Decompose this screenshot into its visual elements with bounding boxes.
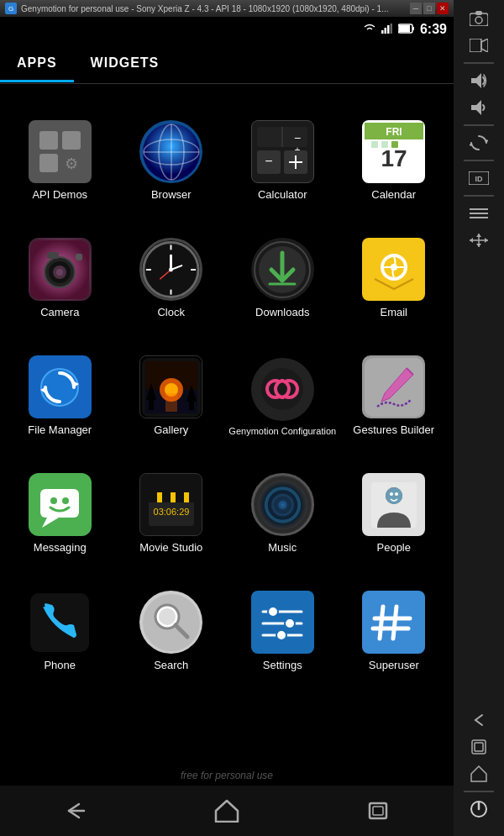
app-item-camera[interactable]: Camera xyxy=(4,210,116,328)
app-item-calendar[interactable]: FRI 17 Calendar xyxy=(339,92,450,210)
app-grid: ⚙ API Demos Browser − + xyxy=(0,84,454,786)
app-item-music[interactable]: Music xyxy=(227,445,339,563)
window-controls: ─ □ ✕ xyxy=(410,3,449,14)
recent-button[interactable] xyxy=(353,794,403,828)
gestures-label: Gestures Builder xyxy=(353,423,434,437)
panel-home-icon[interactable] xyxy=(464,762,494,786)
panel-expand-icon[interactable] xyxy=(464,202,494,225)
maximize-button[interactable]: □ xyxy=(423,3,435,14)
panel-rotate-icon[interactable] xyxy=(464,131,494,155)
svg-text:17: 17 xyxy=(381,145,407,171)
svg-rect-11 xyxy=(39,154,58,172)
calendar-icon: FRI 17 xyxy=(362,120,425,183)
email-label: Email xyxy=(380,306,407,319)
minimize-button[interactable]: ─ xyxy=(410,3,422,14)
panel-volume-up-icon[interactable] xyxy=(464,69,494,92)
music-label: Music xyxy=(268,541,297,555)
app-item-api-demos[interactable]: ⚙ API Demos xyxy=(4,92,116,210)
svg-marker-148 xyxy=(476,234,481,237)
superuser-label: Superuser xyxy=(369,659,419,672)
browser-icon xyxy=(139,120,202,183)
calculator-icon: − + − xyxy=(251,120,314,183)
search-label: Search xyxy=(154,659,188,672)
right-panel: ID xyxy=(454,0,504,836)
svg-marker-152 xyxy=(471,766,486,781)
svg-rect-92 xyxy=(149,492,157,502)
messaging-icon xyxy=(29,473,92,536)
app-item-genymotion[interactable]: Genymotion Configuration xyxy=(227,328,339,445)
panel-resize-icon[interactable] xyxy=(464,229,494,252)
svg-point-52 xyxy=(169,267,173,271)
svg-rect-72 xyxy=(165,393,177,412)
panel-id-icon[interactable]: ID xyxy=(464,166,494,190)
app-item-calculator[interactable]: − + − Calculator xyxy=(227,92,339,210)
svg-rect-8 xyxy=(412,27,414,30)
gallery-icon xyxy=(139,355,202,418)
app-item-downloads[interactable]: Downloads xyxy=(227,210,339,328)
people-label: People xyxy=(377,541,411,555)
panel-back-icon[interactable] xyxy=(464,708,494,732)
svg-rect-42 xyxy=(76,254,82,260)
app-item-email[interactable]: Email xyxy=(339,210,450,328)
panel-divider-4 xyxy=(464,195,494,197)
app-item-gallery[interactable]: Gallery xyxy=(116,328,228,445)
svg-marker-134 xyxy=(481,39,488,52)
superuser-icon xyxy=(362,591,425,654)
movie-studio-icon: 03:06:29 xyxy=(139,473,202,536)
svg-rect-10 xyxy=(39,131,58,150)
svg-rect-7 xyxy=(399,25,410,32)
app-item-phone[interactable]: Phone xyxy=(4,563,116,681)
app-item-clock[interactable]: Clock xyxy=(116,210,228,328)
camera-label: Camera xyxy=(40,306,79,319)
app-item-superuser[interactable]: Superuser xyxy=(339,563,450,681)
panel-power-icon[interactable] xyxy=(464,797,494,821)
svg-text:G: G xyxy=(8,5,13,13)
downloads-label: Downloads xyxy=(255,306,309,319)
home-button[interactable] xyxy=(202,794,252,828)
tabs-bar: APPS WIDGETS xyxy=(0,42,454,84)
search-icon xyxy=(139,591,202,654)
app-item-browser[interactable]: Browser xyxy=(116,92,228,210)
camera-icon xyxy=(29,238,92,301)
app-item-messaging[interactable]: Messaging xyxy=(4,445,116,563)
svg-rect-93 xyxy=(162,492,171,502)
settings-icon xyxy=(251,591,314,654)
tab-apps[interactable]: APPS xyxy=(0,44,74,82)
back-button[interactable] xyxy=(50,794,101,828)
panel-recent-icon[interactable] xyxy=(464,735,494,759)
svg-text:⚙: ⚙ xyxy=(65,155,78,172)
bottom-nav xyxy=(0,786,454,836)
genymotion-icon xyxy=(251,358,314,421)
svg-rect-132 xyxy=(475,11,482,15)
time-display: 6:39 xyxy=(420,22,447,37)
app-item-people[interactable]: People xyxy=(339,445,450,563)
svg-point-40 xyxy=(56,269,63,276)
close-button[interactable]: ✕ xyxy=(437,3,449,14)
svg-rect-85 xyxy=(40,489,79,518)
svg-point-87 xyxy=(50,497,57,504)
api-demos-label: API Demos xyxy=(32,188,87,202)
panel-volume-down-icon[interactable] xyxy=(464,96,494,119)
svg-point-88 xyxy=(62,497,69,504)
app-item-file-manager[interactable]: File Manager xyxy=(4,328,116,445)
panel-camera-icon[interactable] xyxy=(464,7,494,30)
svg-rect-4 xyxy=(387,25,390,34)
clock-icon xyxy=(139,238,202,301)
app-item-settings[interactable]: Settings xyxy=(227,563,339,681)
svg-rect-151 xyxy=(475,743,483,751)
clock-label: Clock xyxy=(157,306,185,319)
panel-video-icon[interactable] xyxy=(464,34,494,57)
svg-rect-95 xyxy=(189,492,194,502)
svg-marker-146 xyxy=(470,238,473,243)
svg-rect-2 xyxy=(381,30,384,34)
svg-point-106 xyxy=(386,487,402,504)
svg-rect-128 xyxy=(370,803,386,818)
svg-text:ID: ID xyxy=(475,175,484,183)
tab-widgets[interactable]: WIDGETS xyxy=(74,44,176,82)
genymotion-label: Genymotion Configuration xyxy=(228,426,336,437)
app-item-movie-studio[interactable]: 03:06:29 Movie Studio xyxy=(116,445,228,563)
app-item-gestures[interactable]: Gestures Builder xyxy=(339,328,450,445)
svg-point-107 xyxy=(390,492,393,496)
app-item-search[interactable]: Search xyxy=(116,563,228,681)
svg-rect-41 xyxy=(47,252,59,259)
